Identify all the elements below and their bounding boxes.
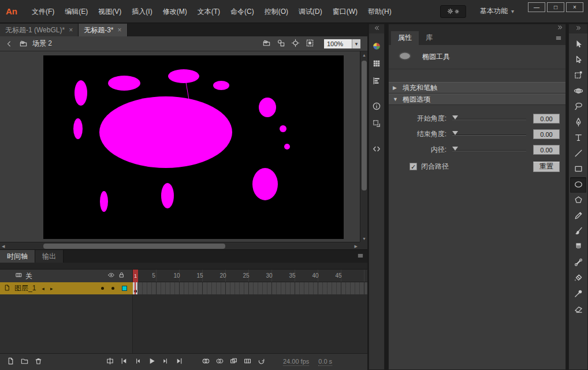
stage-stroke-line[interactable] [186, 83, 189, 99]
edit-multiple-frames-button[interactable] [228, 356, 239, 368]
step-forward-one-frame-button[interactable] [159, 356, 171, 368]
selection-tool[interactable] [570, 37, 586, 53]
scene-label[interactable]: 场景 2 [31, 39, 52, 48]
stage-ellipse[interactable] [213, 81, 229, 90]
tab-library[interactable]: 库 [419, 31, 440, 45]
new-folder-button[interactable] [18, 356, 30, 368]
scroll-up-icon[interactable]: ▲ [362, 53, 366, 57]
menu-modify[interactable]: 修改(M) [158, 0, 192, 23]
zoom-dropdown-icon[interactable]: ▾ [352, 39, 360, 48]
close-path-checkbox[interactable]: ✓ [410, 163, 417, 170]
onion-skin-button[interactable] [200, 356, 211, 368]
menu-control[interactable]: 控制(O) [259, 0, 293, 23]
menu-edit[interactable]: 编辑(E) [59, 0, 93, 23]
value-input[interactable]: 0.00 [533, 129, 560, 139]
pencil-tool[interactable] [570, 208, 586, 224]
back-button[interactable] [3, 38, 15, 50]
timeline-panel-menu-icon[interactable] [353, 250, 367, 263]
value-input[interactable]: 0.00 [533, 114, 560, 124]
code-snippets-panel-button[interactable] [369, 142, 384, 157]
menu-window[interactable]: 窗口(W) [328, 0, 363, 23]
slider[interactable] [452, 131, 526, 138]
stage-ellipse[interactable] [73, 118, 83, 139]
rectangle-tool[interactable] [570, 162, 586, 177]
layer-name[interactable]: 图层_1 [14, 283, 36, 293]
stage-ellipse[interactable] [100, 191, 108, 212]
transform-panel-button[interactable] [369, 117, 384, 132]
oval-tool[interactable] [570, 177, 586, 193]
prev-keyframe-icon[interactable]: ◂ [42, 286, 44, 291]
lock-all-layers-icon[interactable] [118, 271, 125, 281]
workspace-switcher[interactable]: 基本功能 ▾ [466, 6, 522, 16]
close-button[interactable]: × [566, 2, 583, 12]
vertical-scroll-thumb[interactable] [362, 61, 367, 190]
stage-ellipse[interactable] [75, 80, 87, 106]
play-button[interactable] [146, 356, 157, 368]
menu-debug[interactable]: 调试(D) [293, 0, 328, 23]
disclosure-triangle-icon[interactable]: ▶ [393, 85, 399, 91]
menu-commands[interactable]: 命令(C) [225, 0, 259, 23]
menu-text[interactable]: 文本(T) [192, 0, 225, 23]
menu-help[interactable]: 帮助(H) [363, 0, 397, 23]
next-keyframe-icon[interactable]: ▸ [50, 286, 53, 291]
horizontal-scroll-thumb[interactable] [43, 244, 225, 249]
maximize-button[interactable]: □ [547, 2, 564, 12]
edit-symbols-button[interactable] [275, 38, 286, 50]
slider[interactable] [452, 147, 526, 154]
stage-horizontal-scrollbar[interactable]: ◀ ▶ [0, 242, 360, 249]
stage-canvas[interactable] [43, 55, 344, 239]
stage-ellipse[interactable] [284, 144, 290, 150]
zoom-control[interactable]: 100% ▾ [324, 39, 360, 48]
eraser-tool[interactable] [570, 302, 586, 317]
step-back-one-frame-button[interactable] [132, 356, 143, 368]
eyedropper-tool[interactable] [570, 286, 586, 302]
onion-skin-outlines-button[interactable] [214, 356, 225, 368]
free-transform-tool[interactable] [570, 68, 586, 84]
stage-ellipse[interactable] [161, 183, 174, 208]
collapse-toolbar-button[interactable] [569, 24, 587, 33]
playhead[interactable]: 1 [133, 270, 138, 282]
minimize-button[interactable]: — [528, 2, 545, 12]
document-tab-1[interactable]: 无标题-1 (WebGL)*× [0, 24, 79, 36]
layer-frames-track[interactable] [133, 282, 367, 294]
bone-tool[interactable] [570, 255, 586, 271]
slider-thumb[interactable] [452, 115, 458, 119]
swatches-panel-button[interactable] [369, 57, 384, 72]
menu-file[interactable]: 文件(F) [27, 0, 59, 23]
stage-ellipse[interactable] [108, 76, 140, 91]
brush-tool[interactable] [570, 224, 586, 240]
go-to-last-frame-button[interactable] [173, 356, 185, 368]
center-stage-button[interactable] [289, 38, 301, 50]
stage-ellipse[interactable] [99, 96, 232, 168]
layer-visibility-dot[interactable] [101, 287, 104, 290]
close-tab-icon[interactable]: × [118, 26, 122, 34]
edit-scene-button[interactable] [260, 38, 272, 50]
stage-ellipse[interactable] [259, 98, 276, 117]
close-tab-icon[interactable]: × [69, 26, 73, 34]
new-layer-button[interactable] [5, 356, 16, 368]
delete-button[interactable] [32, 356, 44, 368]
lasso-tool[interactable] [570, 99, 586, 115]
frame-rate-value[interactable]: 24.00 fps [283, 358, 309, 366]
slider-thumb[interactable] [452, 147, 458, 151]
3d-rotation-tool[interactable] [570, 84, 586, 99]
timeline-ruler[interactable]: 51015202530354045 [133, 270, 367, 282]
elapsed-time-value[interactable]: 0.0 s [318, 358, 332, 366]
layer-name-area[interactable]: 图层_1 ◂ ▸ [0, 282, 133, 294]
stage-ellipse[interactable] [168, 69, 199, 83]
collapse-to-icons-button[interactable] [557, 24, 563, 32]
reset-button[interactable]: 重置 [533, 162, 560, 172]
clip-content-outside-stage-button[interactable] [304, 38, 315, 50]
stage-ellipse[interactable] [280, 125, 286, 132]
scroll-right-icon[interactable]: ▶ [355, 244, 358, 249]
section-fill-and-stroke[interactable]: ▶ 填充和笔触 [389, 82, 565, 94]
menu-view[interactable]: 视图(V) [93, 0, 126, 23]
line-tool[interactable] [570, 146, 586, 162]
timeline-options-icon[interactable] [15, 271, 23, 281]
layer-outline-color-swatch[interactable] [122, 286, 127, 291]
subselection-tool[interactable] [570, 53, 586, 68]
text-tool[interactable] [570, 130, 586, 146]
show-hide-all-layers-icon[interactable] [107, 271, 115, 281]
document-tab-2[interactable]: 无标题-3*× [79, 24, 127, 36]
tab-timeline[interactable]: 时间轴 [0, 250, 35, 263]
